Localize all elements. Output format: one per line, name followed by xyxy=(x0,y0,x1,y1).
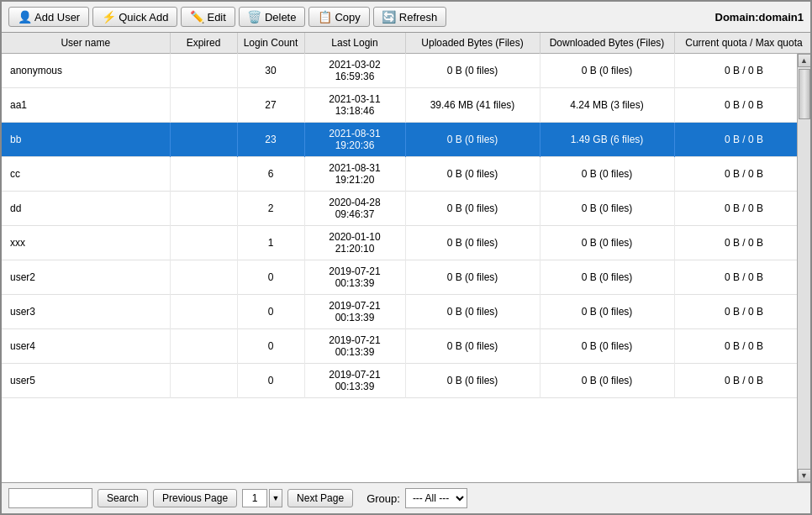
table-cell: 2019-07-21 00:13:39 xyxy=(304,260,405,295)
page-number-input[interactable] xyxy=(242,489,267,507)
table-cell: 0 B / 0 B xyxy=(674,295,797,329)
table-cell xyxy=(170,123,237,157)
table-container: User name Expired Login Count Last Login… xyxy=(2,33,810,482)
table-cell: cc xyxy=(2,157,170,192)
table-cell xyxy=(170,157,237,192)
quick-add-button[interactable]: ⚡ Quick Add xyxy=(92,7,177,27)
table-cell: 0 B (0 files) xyxy=(540,364,674,398)
table-cell: 23 xyxy=(237,123,304,157)
table-cell: 2021-03-02 16:59:36 xyxy=(304,54,405,88)
delete-button[interactable]: 🗑️ Delete xyxy=(239,7,306,27)
edit-icon: ✏️ xyxy=(190,10,203,24)
scrollbar-thumb[interactable] xyxy=(799,69,810,119)
table-cell: 0 B / 0 B xyxy=(674,364,797,398)
table-row[interactable]: bb232021-08-31 19:20:360 B (0 files)1.49… xyxy=(2,123,797,157)
edit-button[interactable]: ✏️ Edit xyxy=(181,7,235,27)
table-cell: 0 B (0 files) xyxy=(405,260,540,295)
table-cell: 2019-07-21 00:13:39 xyxy=(304,364,405,398)
table-cell: bb xyxy=(2,123,170,157)
table-cell: 0 B (0 files) xyxy=(540,295,674,329)
table-row[interactable]: user202019-07-21 00:13:390 B (0 files)0 … xyxy=(2,260,797,295)
quick-add-label: Quick Add xyxy=(119,11,168,24)
table-cell xyxy=(170,192,237,226)
delete-label: Delete xyxy=(265,11,297,24)
copy-button[interactable]: 📋 Copy xyxy=(308,7,369,27)
quick-add-icon: ⚡ xyxy=(102,10,115,24)
table-cell: user5 xyxy=(2,364,170,398)
group-section: Group: --- All --- xyxy=(366,488,467,508)
refresh-label: Refresh xyxy=(399,11,438,24)
table-cell: 0 B / 0 B xyxy=(674,329,797,364)
table-cell: 27 xyxy=(237,88,304,123)
domain-value: domain1 xyxy=(759,11,804,24)
table-cell: 0 B (0 files) xyxy=(540,192,674,226)
table-cell: 0 xyxy=(237,295,304,329)
refresh-button[interactable]: 🔄 Refresh xyxy=(373,7,447,27)
table-row[interactable]: dd22020-04-28 09:46:370 B (0 files)0 B (… xyxy=(2,192,797,226)
table-cell xyxy=(170,88,237,123)
table-cell xyxy=(170,364,237,398)
table-cell: user2 xyxy=(2,260,170,295)
table-cell: 2021-08-31 19:20:36 xyxy=(304,123,405,157)
table-cell: 30 xyxy=(237,54,304,88)
table-scroll-wrapper: anonymous302021-03-02 16:59:360 B (0 fil… xyxy=(2,54,810,482)
table-cell: 0 B (0 files) xyxy=(405,192,540,226)
table-cell: 0 B (0 files) xyxy=(405,54,540,88)
table-cell: dd xyxy=(2,192,170,226)
table-cell: 2019-07-21 00:13:39 xyxy=(304,295,405,329)
group-label: Group: xyxy=(366,492,400,505)
table-cell: user4 xyxy=(2,329,170,364)
table-row[interactable]: user302019-07-21 00:13:390 B (0 files)0 … xyxy=(2,295,797,329)
table-cell: user3 xyxy=(2,295,170,329)
col-header-uploaded: Uploaded Bytes (Files) xyxy=(405,33,540,54)
table-row[interactable]: anonymous302021-03-02 16:59:360 B (0 fil… xyxy=(2,54,797,88)
table-body-scroll[interactable]: anonymous302021-03-02 16:59:360 B (0 fil… xyxy=(2,54,797,482)
add-user-label: Add User xyxy=(34,11,80,24)
table-cell xyxy=(170,54,237,88)
table-cell: 0 B (0 files) xyxy=(405,226,540,260)
table-cell: 4.24 MB (3 files) xyxy=(540,88,674,123)
table-cell: 6 xyxy=(237,157,304,192)
table-cell: 0 B (0 files) xyxy=(405,329,540,364)
scrollbar-up-button[interactable]: ▲ xyxy=(798,54,811,67)
data-table: anonymous302021-03-02 16:59:360 B (0 fil… xyxy=(2,54,797,398)
col-header-expired: Expired xyxy=(170,33,237,54)
table-cell: 0 B (0 files) xyxy=(405,364,540,398)
search-button[interactable]: Search xyxy=(98,489,148,507)
table-cell: 2020-01-10 21:20:10 xyxy=(304,226,405,260)
table-cell: 2020-04-28 09:46:37 xyxy=(304,192,405,226)
main-window: 👤 Add User ⚡ Quick Add ✏️ Edit 🗑️ Delete… xyxy=(0,0,812,515)
table-cell: 0 B (0 files) xyxy=(540,226,674,260)
table-cell: 0 B / 0 B xyxy=(674,226,797,260)
col-header-username: User name xyxy=(2,33,170,54)
table-cell: aa1 xyxy=(2,88,170,123)
table-cell xyxy=(170,260,237,295)
table-row[interactable]: user402019-07-21 00:13:390 B (0 files)0 … xyxy=(2,329,797,364)
table-cell: 2021-08-31 19:21:20 xyxy=(304,157,405,192)
page-dropdown-arrow[interactable]: ▼ xyxy=(269,489,282,507)
col-header-logincount: Login Count xyxy=(237,33,304,54)
prev-page-label: Previous Page xyxy=(162,492,228,504)
scrollbar-down-button[interactable]: ▼ xyxy=(798,469,811,482)
add-user-button[interactable]: 👤 Add User xyxy=(8,7,89,27)
scrollbar-track: ▲ ▼ xyxy=(797,54,810,482)
table-cell xyxy=(170,295,237,329)
search-input[interactable] xyxy=(8,488,92,508)
domain-prefix: Domain: xyxy=(715,11,759,24)
table-row[interactable]: xxx12020-01-10 21:20:100 B (0 files)0 B … xyxy=(2,226,797,260)
table-cell: 0 xyxy=(237,329,304,364)
table-cell xyxy=(170,329,237,364)
prev-page-button[interactable]: Previous Page xyxy=(153,489,237,507)
table-cell: 0 B (0 files) xyxy=(540,260,674,295)
toolbar: 👤 Add User ⚡ Quick Add ✏️ Edit 🗑️ Delete… xyxy=(2,2,810,33)
table-row[interactable]: aa1272021-03-11 13:18:4639.46 MB (41 fil… xyxy=(2,88,797,123)
next-page-button[interactable]: Next Page xyxy=(287,489,353,507)
table-cell: 1.49 GB (6 files) xyxy=(540,123,674,157)
table-cell: 0 B (0 files) xyxy=(540,329,674,364)
group-select[interactable]: --- All --- xyxy=(405,488,467,508)
table-cell xyxy=(170,226,237,260)
table-row[interactable]: user502019-07-21 00:13:390 B (0 files)0 … xyxy=(2,364,797,398)
table-row[interactable]: cc62021-08-31 19:21:200 B (0 files)0 B (… xyxy=(2,157,797,192)
search-label: Search xyxy=(107,492,139,504)
table-cell: 0 B / 0 B xyxy=(674,192,797,226)
